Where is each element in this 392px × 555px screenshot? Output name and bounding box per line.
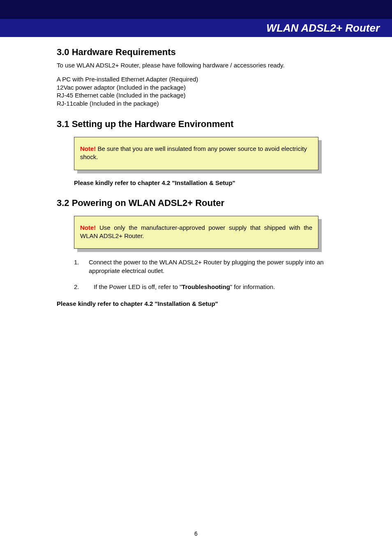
- page-header: WLAN ADSL2+ Router: [0, 0, 392, 37]
- refer-3-1: Please kindly refer to chapter 4.2 "Inst…: [74, 179, 335, 186]
- note-box: Note! Be sure that you are well insulate…: [74, 137, 318, 170]
- step-text-a: If the Power LED is off, refer to ": [94, 283, 182, 290]
- step-1: 1. Connect the power to the WLAN ADSL2+ …: [74, 258, 335, 275]
- note-box-3-1: Note! Be sure that you are well insulate…: [74, 137, 318, 170]
- step-text: Connect the power to the WLAN ADSL2+ Rou…: [89, 258, 335, 275]
- note-label: Note!: [80, 145, 96, 152]
- step-text-c: " for information.: [230, 283, 275, 290]
- step-number: 1.: [74, 258, 89, 275]
- step-number: 2.: [74, 282, 89, 291]
- page-number: 6: [0, 530, 392, 537]
- heading-3-2: 3.2 Powering on WLAN ADSL2+ Router: [57, 198, 335, 208]
- heading-3-1: 3.1 Setting up the Hardware Environment: [57, 119, 335, 130]
- requirements-list: A PC with Pre-installed Ethernet Adapter…: [57, 75, 335, 107]
- note-text: Use only the manufacturer-approved power…: [80, 224, 312, 239]
- note-box: Note! Use only the manufacturer-approved…: [74, 216, 318, 249]
- note-text: Be sure that you are well insulated from…: [80, 145, 307, 160]
- req-item: 12Vac power adaptor (Included in the pac…: [57, 83, 335, 92]
- req-item: A PC with Pre-installed Ethernet Adapter…: [57, 75, 335, 83]
- troubleshooting-ref: Troubleshooting: [182, 283, 230, 290]
- step-text: If the Power LED is off, refer to "Troub…: [94, 282, 335, 291]
- heading-3-0: 3.0 Hardware Requirements: [57, 47, 335, 58]
- header-title: WLAN ADSL2+ Router: [266, 22, 380, 35]
- header-light-area: WLAN ADSL2+ Router: [0, 19, 392, 37]
- header-dark-area: [0, 0, 392, 19]
- step-2: 2. If the Power LED is off, refer to "Tr…: [74, 282, 335, 291]
- refer-3-2: Please kindly refer to chapter 4.2 "Inst…: [57, 300, 335, 307]
- page-content: 3.0 Hardware Requirements To use WLAN AD…: [0, 37, 392, 307]
- intro-3-0: To use WLAN ADSL2+ Router, please have f…: [57, 62, 335, 69]
- note-box-3-2: Note! Use only the manufacturer-approved…: [74, 216, 318, 249]
- req-item: RJ-45 Ethernet cable (Included in the pa…: [57, 91, 335, 99]
- note-label: Note!: [80, 224, 96, 231]
- req-item: RJ-11cable (Included in the package): [57, 99, 335, 108]
- steps-list: 1. Connect the power to the WLAN ADSL2+ …: [74, 258, 335, 291]
